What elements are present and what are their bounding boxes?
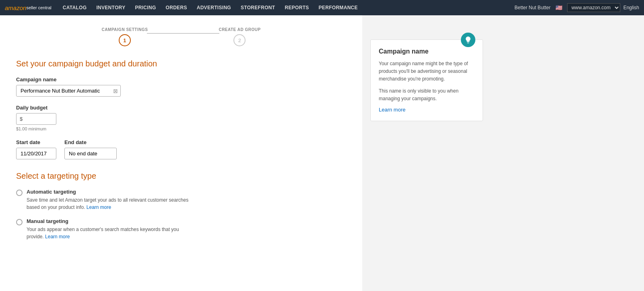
auto-targeting-content: Automatic targeting Save time and let Am… [27, 189, 196, 211]
nav-links: CATALOG INVENTORY PRICING ORDERS ADVERTI… [58, 0, 515, 15]
targeting-section: Select a targeting type Automatic target… [16, 171, 346, 240]
auto-targeting-desc: Save time and let Amazon target your ads… [27, 196, 196, 211]
auto-targeting-radio[interactable] [16, 190, 23, 196]
manual-targeting-option: Manual targeting Your ads appear when a … [16, 218, 346, 240]
nav-pricing[interactable]: PRICING [130, 0, 161, 15]
campaign-name-input-wrap: ⊠ [16, 85, 121, 97]
clear-icon[interactable]: ⊠ [113, 88, 118, 94]
nav-right: Better Nut Butter 🇺🇸 www.amazon.com Engl… [514, 3, 639, 12]
campaign-name-label: Campaign name [16, 76, 346, 83]
sidebar-learn-more-link[interactable]: Learn more [379, 107, 405, 113]
step1-circle: 1 [119, 34, 131, 46]
amazon-logo: amazon [5, 4, 26, 11]
end-date-input[interactable] [64, 148, 117, 159]
currency-prefix: $ [20, 116, 23, 122]
start-date-group: Start date [16, 139, 56, 159]
campaign-name-input[interactable] [16, 85, 121, 97]
step2-circle: 2 [233, 34, 246, 46]
date-row: Start date End date [16, 139, 346, 159]
step1-label: CAMPAIGN SETTINGS [101, 27, 148, 32]
budget-section-heading: Set your campaign budget and duration [16, 59, 346, 68]
top-navigation: amazon seller central CATALOG INVENTORY … [0, 0, 644, 15]
seller-name: Better Nut Butter [514, 5, 550, 10]
sidebar-card-body2: This name is only visible to you when ma… [379, 87, 475, 103]
nav-catalog[interactable]: CATALOG [58, 0, 92, 15]
daily-budget-label: Daily budget [16, 105, 346, 111]
end-date-group: End date [64, 139, 117, 159]
targeting-heading: Select a targeting type [16, 171, 346, 181]
daily-budget-input-wrap: $ [16, 113, 56, 125]
nav-storefront[interactable]: STOREFRONT [236, 0, 280, 15]
nav-performance[interactable]: PERFORMANCE [314, 0, 363, 15]
flag-icon: 🇺🇸 [555, 4, 562, 11]
manual-targeting-content: Manual targeting Your ads appear when a … [27, 218, 196, 240]
logo-area: amazon seller central [5, 4, 52, 11]
stepper: CAMPAIGN SETTINGS 1 CREATE AD GROUP 2 [16, 27, 346, 46]
lightbulb-icon [461, 33, 475, 47]
start-date-label: Start date [16, 139, 56, 145]
sidebar-card-body1: Your campaign name might be the type of … [379, 60, 475, 83]
content-area: CAMPAIGN SETTINGS 1 CREATE AD GROUP 2 Se… [0, 15, 362, 291]
nav-reports[interactable]: REPORTS [280, 0, 314, 15]
seller-central-logo: seller central [26, 5, 51, 10]
daily-budget-group: Daily budget $ $1.00 minimum [16, 105, 346, 131]
manual-targeting-radio[interactable] [16, 219, 23, 225]
nav-advertising[interactable]: ADVERTISING [192, 0, 236, 15]
daily-budget-input[interactable] [23, 116, 47, 122]
auto-learn-more-link[interactable]: Learn more [87, 204, 111, 210]
domain-select[interactable]: www.amazon.com [567, 3, 620, 12]
step2-label: CREATE AD GROUP [219, 27, 260, 32]
manual-targeting-desc: Your ads appear when a customer's search… [27, 226, 196, 240]
language-button[interactable]: English [623, 5, 639, 10]
auto-targeting-title: Automatic targeting [27, 189, 196, 195]
daily-budget-hint: $1.00 minimum [16, 126, 346, 131]
sidebar-card: Campaign name Your campaign name might b… [370, 39, 483, 121]
nav-inventory[interactable]: INVENTORY [91, 0, 130, 15]
auto-targeting-option: Automatic targeting Save time and let Am… [16, 189, 346, 211]
step-connector [147, 33, 219, 34]
sidebar-card-title: Campaign name [379, 48, 475, 55]
step-1: CAMPAIGN SETTINGS 1 [101, 27, 148, 46]
manual-learn-more-link[interactable]: Learn more [45, 234, 70, 239]
step-2: CREATE AD GROUP 2 [219, 27, 260, 46]
manual-targeting-title: Manual targeting [27, 218, 196, 224]
main-layout: CAMPAIGN SETTINGS 1 CREATE AD GROUP 2 Se… [0, 15, 644, 291]
end-date-label: End date [64, 139, 117, 145]
campaign-name-group: Campaign name ⊠ [16, 76, 346, 97]
sidebar-area: Campaign name Your campaign name might b… [362, 15, 491, 291]
start-date-input[interactable] [16, 148, 56, 159]
nav-orders[interactable]: ORDERS [161, 0, 192, 15]
